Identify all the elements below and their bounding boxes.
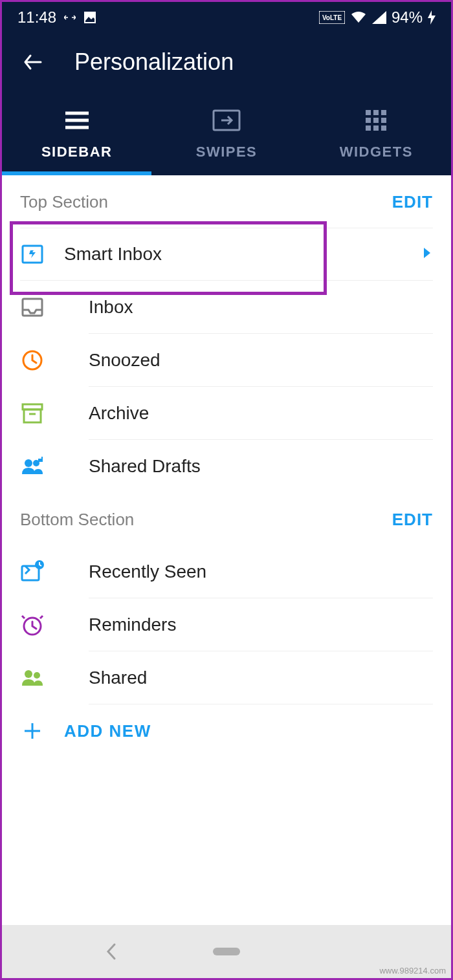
shared-icon [20, 666, 45, 690]
tab-widgets[interactable]: WIDGETS [302, 91, 451, 175]
list-item-inbox[interactable]: Inbox [20, 281, 433, 334]
add-new-button[interactable]: ADD NEW [20, 704, 433, 757]
svg-point-22 [25, 459, 32, 467]
nav-back-button[interactable] [92, 932, 131, 971]
list-item-snoozed[interactable]: Snoozed [20, 334, 433, 387]
tab-swipes[interactable]: SWIPES [151, 91, 301, 175]
svg-rect-24 [22, 566, 39, 580]
volte-icon: VoLTE [319, 11, 345, 24]
clock-icon [20, 348, 45, 373]
item-label: Shared [89, 668, 433, 688]
section-title: Bottom Section [20, 510, 134, 530]
svg-rect-15 [381, 125, 386, 131]
battery-percentage: 94% [392, 8, 423, 27]
svg-point-28 [34, 672, 40, 679]
content: Top Section EDIT Smart Inbox Inbox Snooz… [2, 175, 451, 757]
alarm-icon [20, 613, 45, 637]
tab-label: SWIPES [196, 144, 258, 160]
app-header: Personalization [2, 33, 451, 91]
svg-rect-20 [24, 409, 41, 422]
svg-rect-14 [373, 125, 379, 131]
shared-drafts-icon [20, 454, 45, 479]
svg-text:VoLTE: VoLTE [322, 14, 342, 21]
tab-sidebar[interactable]: SIDEBAR [2, 91, 151, 175]
svg-rect-8 [373, 110, 379, 115]
tab-label: SIDEBAR [41, 144, 113, 160]
edit-bottom-button[interactable]: EDIT [392, 510, 433, 530]
item-label: Shared Drafts [89, 456, 433, 477]
item-label: Smart Inbox [64, 244, 423, 265]
item-label: Archive [89, 403, 433, 424]
nav-recent-button[interactable] [322, 932, 361, 971]
svg-rect-11 [373, 118, 379, 123]
tab-bar: SIDEBAR SWIPES WIDGETS [2, 91, 451, 175]
list-item-shared[interactable]: Shared [20, 651, 433, 704]
signal-icon [372, 11, 386, 24]
inbox-icon [20, 295, 45, 320]
bottom-section-header: Bottom Section EDIT [20, 493, 433, 545]
list-item-smart-inbox[interactable]: Smart Inbox [20, 228, 433, 281]
hamburger-icon [63, 106, 91, 135]
list-item-shared-drafts[interactable]: Shared Drafts [20, 440, 433, 493]
status-time: 11:48 [17, 8, 56, 27]
swipe-icon [212, 106, 241, 135]
tab-indicator [2, 171, 151, 175]
grid-icon [362, 106, 390, 135]
edit-top-button[interactable]: EDIT [392, 192, 433, 212]
top-section-header: Top Section EDIT [20, 175, 433, 228]
svg-point-27 [25, 670, 32, 678]
app-indicator-icon [64, 14, 76, 21]
chevron-right-icon [423, 246, 433, 262]
item-label: Recently Seen [89, 561, 433, 582]
tab-label: WIDGETS [340, 144, 413, 160]
item-label: Snoozed [89, 350, 433, 371]
list-item-recently-seen[interactable]: Recently Seen [20, 545, 433, 598]
section-title: Top Section [20, 192, 108, 212]
item-label: ADD NEW [64, 721, 433, 741]
charging-icon [428, 10, 436, 25]
wifi-icon [350, 11, 367, 24]
list-item-reminders[interactable]: Reminders [20, 598, 433, 651]
list-item-archive[interactable]: Archive [20, 387, 433, 440]
page-title: Personalization [74, 49, 234, 76]
item-label: Inbox [89, 297, 433, 318]
svg-rect-12 [381, 118, 386, 123]
watermark: www.989214.com [379, 966, 446, 975]
status-bar: 11:48 VoLTE 94% [2, 2, 451, 33]
item-label: Reminders [89, 615, 433, 635]
svg-rect-10 [366, 118, 371, 123]
gallery-indicator-icon [83, 11, 96, 24]
svg-rect-13 [366, 125, 371, 131]
svg-rect-7 [366, 110, 371, 115]
archive-icon [20, 401, 45, 426]
smart-inbox-icon [20, 242, 45, 267]
svg-rect-9 [381, 110, 386, 115]
recently-seen-icon [20, 560, 45, 584]
nav-home-button[interactable] [207, 932, 246, 971]
back-button[interactable] [17, 47, 49, 78]
plus-icon [20, 719, 45, 743]
back-arrow-icon [21, 50, 45, 74]
